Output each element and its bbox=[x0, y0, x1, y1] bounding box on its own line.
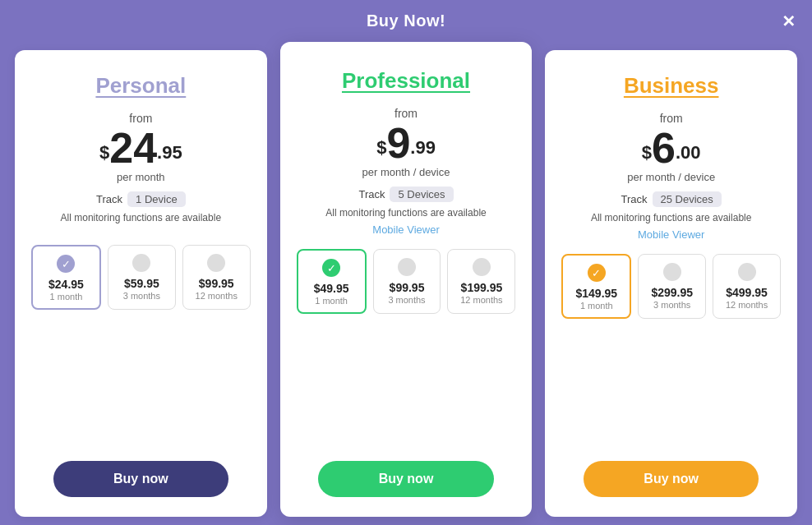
from-label-personal: from bbox=[129, 112, 152, 125]
billing-period-personal-2: 12 months bbox=[196, 291, 238, 301]
track-row-personal: Track1 Device bbox=[96, 191, 186, 207]
per-period-business: per month / device bbox=[627, 171, 715, 183]
track-label-business: Track bbox=[621, 193, 648, 205]
billing-option-professional-0[interactable]: ✓$49.951 month bbox=[297, 249, 367, 314]
billing-check-professional-1 bbox=[398, 258, 416, 276]
per-period-professional: per month / device bbox=[362, 166, 450, 178]
billing-price-personal-0: $24.95 bbox=[48, 278, 84, 291]
modal-title: Buy Now! bbox=[367, 12, 445, 30]
monitoring-text-personal: All monitoring functions are available bbox=[61, 212, 221, 223]
price-cents-business: .00 bbox=[676, 139, 701, 166]
billing-price-personal-1: $59.95 bbox=[124, 277, 159, 290]
billing-period-professional-2: 12 months bbox=[460, 295, 502, 305]
billing-period-professional-1: 3 months bbox=[388, 295, 425, 305]
plan-card-personal: Personalfrom$24.95per monthTrack1 Device… bbox=[15, 50, 267, 517]
billing-option-business-2[interactable]: $499.9512 months bbox=[713, 254, 781, 319]
monitoring-text-professional: All monitoring functions are available bbox=[325, 207, 486, 219]
billing-check-business-0: ✓ bbox=[588, 264, 606, 282]
from-label-business: from bbox=[660, 112, 683, 125]
plan-card-business: Businessfrom$6.00per month / deviceTrack… bbox=[545, 50, 797, 517]
price-dollar-business: $ bbox=[642, 139, 652, 166]
billing-option-business-0[interactable]: ✓$149.951 month bbox=[561, 254, 631, 319]
billing-period-personal-1: 3 months bbox=[123, 291, 160, 301]
per-period-personal: per month bbox=[117, 171, 165, 183]
buy-button-business[interactable]: Buy now bbox=[584, 461, 759, 497]
billing-option-professional-2[interactable]: $199.9512 months bbox=[447, 249, 515, 314]
billing-price-professional-0: $49.95 bbox=[314, 282, 349, 295]
billing-check-professional-2 bbox=[473, 258, 491, 276]
price-block-personal: $24.95 bbox=[99, 127, 182, 169]
from-label-professional: from bbox=[394, 107, 418, 120]
plan-card-professional: Professionalfrom$9.99per month / deviceT… bbox=[280, 42, 533, 517]
track-row-professional: Track5 Devices bbox=[358, 187, 453, 202]
billing-check-business-2 bbox=[738, 263, 756, 281]
billing-period-professional-0: 1 month bbox=[315, 296, 348, 306]
monitoring-text-business: All monitoring functions are available bbox=[591, 212, 751, 223]
billing-option-personal-0[interactable]: ✓$24.951 month bbox=[31, 245, 101, 310]
plan-name-personal: Personal bbox=[95, 73, 186, 99]
plan-name-professional: Professional bbox=[342, 68, 470, 94]
price-dollar-professional: $ bbox=[376, 134, 386, 161]
device-badge-personal: 1 Device bbox=[127, 191, 186, 207]
billing-check-personal-0: ✓ bbox=[57, 255, 75, 273]
price-block-professional: $9.99 bbox=[376, 122, 436, 164]
device-badge-professional: 5 Devices bbox=[390, 187, 453, 202]
price-dollar-personal: $ bbox=[99, 139, 109, 166]
billing-check-business-1 bbox=[663, 263, 681, 281]
billing-options-business: ✓$149.951 month$299.953 months$499.9512 … bbox=[561, 254, 781, 319]
billing-check-professional-0: ✓ bbox=[322, 259, 340, 277]
billing-option-professional-1[interactable]: $99.953 months bbox=[373, 249, 441, 314]
billing-price-personal-2: $99.95 bbox=[199, 277, 234, 290]
plan-name-business: Business bbox=[624, 73, 719, 99]
billing-price-business-2: $499.95 bbox=[726, 286, 768, 299]
price-main-personal: 24 bbox=[109, 127, 157, 169]
price-block-business: $6.00 bbox=[642, 127, 701, 169]
price-main-business: 6 bbox=[652, 127, 676, 169]
billing-option-personal-2[interactable]: $99.9512 months bbox=[182, 245, 251, 310]
track-label-personal: Track bbox=[96, 193, 122, 205]
mobile-link-business[interactable]: Mobile Viewer bbox=[638, 228, 704, 241]
price-cents-professional: .99 bbox=[410, 134, 436, 161]
billing-price-business-0: $149.95 bbox=[575, 287, 617, 300]
buy-button-professional[interactable]: Buy now bbox=[318, 461, 493, 497]
billing-period-personal-0: 1 month bbox=[50, 292, 83, 302]
plans-container: Personalfrom$24.95per monthTrack1 Device… bbox=[0, 42, 812, 525]
billing-options-professional: ✓$49.951 month$99.953 months$199.9512 mo… bbox=[297, 249, 516, 314]
billing-options-personal: ✓$24.951 month$59.953 months$99.9512 mon… bbox=[31, 245, 251, 310]
track-label-professional: Track bbox=[358, 188, 385, 200]
mobile-link-professional[interactable]: Mobile Viewer bbox=[372, 223, 439, 236]
price-cents-personal: .95 bbox=[157, 139, 182, 166]
billing-option-business-1[interactable]: $299.953 months bbox=[638, 254, 706, 319]
billing-period-business-0: 1 month bbox=[580, 301, 613, 311]
billing-price-business-1: $299.95 bbox=[651, 286, 693, 299]
modal-header: Buy Now! ✕ bbox=[0, 0, 812, 42]
track-row-business: Track25 Devices bbox=[621, 191, 722, 207]
billing-price-professional-1: $99.95 bbox=[390, 281, 425, 294]
billing-check-personal-1 bbox=[132, 254, 150, 272]
device-badge-business: 25 Devices bbox=[653, 191, 722, 207]
billing-option-personal-1[interactable]: $59.953 months bbox=[108, 245, 176, 310]
billing-period-business-1: 3 months bbox=[653, 300, 690, 310]
billing-price-professional-2: $199.95 bbox=[461, 281, 503, 294]
buy-button-personal[interactable]: Buy now bbox=[53, 461, 228, 497]
billing-check-personal-2 bbox=[207, 254, 225, 272]
billing-period-business-2: 12 months bbox=[726, 300, 768, 310]
price-main-professional: 9 bbox=[386, 122, 410, 164]
close-button[interactable]: ✕ bbox=[782, 13, 796, 30]
